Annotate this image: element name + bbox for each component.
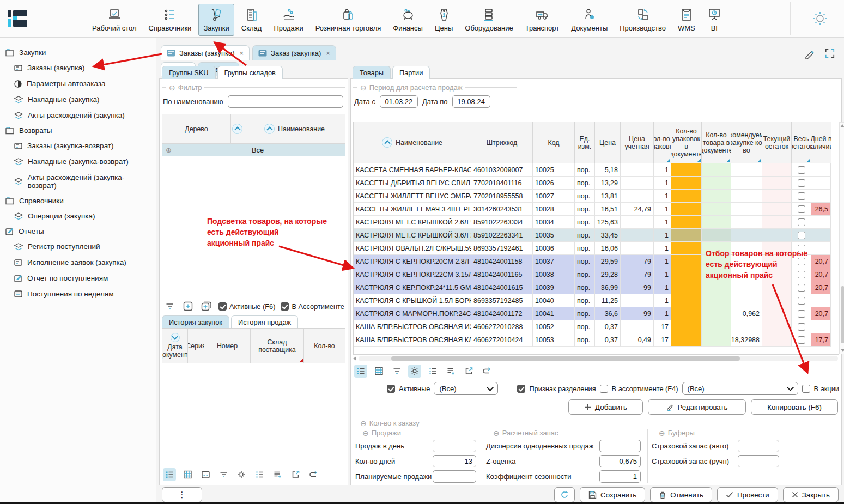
date-to-input[interactable] [452,95,490,108]
list-add-icon[interactable] [444,365,457,378]
numbered-list-icon[interactable] [253,468,266,481]
sidebar-item-discrepancy-purchase[interactable]: Акты расхождений (закупка) [0,107,156,123]
tree-col-name[interactable]: Наименование [244,114,345,144]
nav-warehouse[interactable]: Склад [236,4,267,36]
sidebar-item-invoices-purchase[interactable]: Накладные (закупка) [0,92,156,107]
numbered-list-icon[interactable] [426,365,439,378]
refresh-icon[interactable] [307,468,320,481]
dispersion-input[interactable] [599,440,641,452]
nav-sales[interactable]: Продажи [269,4,308,36]
row-stock-checkbox[interactable] [798,218,805,226]
open-external-icon[interactable] [462,365,475,378]
add-button[interactable]: Добавить [568,399,643,415]
sidebar-item-request-fulfillment[interactable]: Исполнение заявок (закупка) [0,254,156,270]
grid-view-icon[interactable] [181,468,194,481]
sidebar-group-references[interactable]: Справочники [0,193,156,208]
save-button[interactable]: Сохранить [580,487,645,502]
sidebar-item-operations-purchase[interactable]: Операции (закупка) [0,208,156,224]
safety-stock-manual-input[interactable] [738,455,779,467]
refresh-icon[interactable] [480,365,493,378]
filter-icon[interactable] [390,365,403,378]
tab-orders-purchase[interactable]: Заказы (закупка) × [161,45,250,60]
vertical-scrollbar[interactable] [839,122,844,354]
filter-icon[interactable] [217,468,230,481]
scroll-left-icon[interactable] [353,356,356,361]
nav-documents[interactable]: Документы [566,4,612,36]
sidebar-item-autoorder-params[interactable]: Параметры автозаказа [0,76,156,92]
row-stock-checkbox[interactable] [798,297,805,305]
nav-wms[interactable]: WMS [673,4,700,36]
sidebar-item-discrepancy-return[interactable]: Акты расхождений (закупка-возврат) [0,169,156,193]
safety-stock-auto-input[interactable] [738,440,779,452]
nav-directories[interactable]: Справочники [144,4,197,36]
promo-checkbox[interactable] [802,385,810,393]
tab-close-icon[interactable]: × [239,49,244,57]
nav-production[interactable]: Производство [615,4,671,36]
assortment-filter-select[interactable]: (Все) [682,382,798,395]
row-stock-checkbox[interactable] [798,310,805,318]
assortment-checkbox[interactable] [281,302,289,311]
add-box-icon[interactable] [181,300,195,313]
vertical-scroll-thumb[interactable] [841,286,844,343]
z-score-input[interactable] [599,455,641,467]
list-add-icon[interactable] [271,468,284,481]
nav-equipment[interactable]: Оборудование [460,4,518,36]
refresh-button[interactable] [554,487,575,502]
collapse-icon[interactable]: ⊖ [659,429,665,437]
scroll-up-icon[interactable] [840,124,844,127]
nav-bi[interactable]: BI [702,4,726,36]
sidebar-group-reports[interactable]: Отчеты [0,224,156,239]
tab-sales-history[interactable]: История продаж [231,315,298,329]
sidebar-item-orders-return[interactable]: Заказы (закупка-возврат) [0,138,156,154]
col-goods-in-doc[interactable]: Кол-во товара в документе [702,122,731,163]
calendar-icon[interactable] [199,468,212,481]
list-view-icon[interactable] [163,468,176,481]
collapse-icon[interactable]: ⊖ [362,429,369,437]
tab-sku-groups[interactable]: Группы SKU [162,66,216,79]
open-external-icon[interactable] [289,468,302,481]
collapse-icon[interactable]: ⊖ [360,84,367,92]
nav-purchases[interactable]: Закупки [198,4,234,36]
tab-batches[interactable]: Партии [392,66,430,79]
expand-icon[interactable]: ⊕ [162,146,234,154]
collapse-icon[interactable]: ⊖ [493,429,500,437]
tab-goods[interactable]: Товары [353,66,391,79]
col-total-stock[interactable]: Весь остаток [792,122,811,163]
row-stock-checkbox[interactable] [798,166,805,174]
nav-desktop[interactable]: Рабочий стол [87,4,142,36]
sidebar-group-purchases[interactable]: Закупки [0,45,156,60]
col-packs-in-doc[interactable]: Кол-во упаковок в документе [671,122,702,163]
row-stock-checkbox[interactable] [798,179,805,187]
list-view-icon[interactable] [354,365,367,378]
assortment-f4-checkbox[interactable] [600,385,608,393]
col-recommended[interactable]: Рекомендуемое к закупке кол-во [731,122,762,163]
seasonality-input[interactable] [599,470,641,483]
sidebar-item-receipt-report[interactable]: Отчет по поступлениям [0,270,156,286]
tab-purchase-history[interactable]: История закупок [162,315,229,329]
active-checkbox[interactable] [387,385,395,393]
collapse-icon[interactable]: ⊖ [360,420,367,427]
tree-row-all[interactable]: ⊕ Все [162,144,345,156]
sidebar-group-returns[interactable]: Возвраты [0,123,156,138]
tab-order-purchase[interactable]: Заказ (закупка) × [252,45,336,60]
row-stock-checkbox[interactable] [798,205,805,213]
row-stock-checkbox[interactable] [798,232,805,239]
col-price[interactable]: Цена [595,122,621,163]
post-button[interactable]: Провести [717,487,778,502]
active-f6-checkbox[interactable] [218,302,227,311]
add-multi-box-icon[interactable] [200,300,213,313]
nav-prices[interactable]: Цены [430,4,458,36]
more-actions-button[interactable]: ⋮ [162,487,202,502]
gear-icon[interactable] [235,468,248,481]
edit-button[interactable]: Редактировать [648,399,746,415]
horizontal-scroll-thumb[interactable] [391,356,740,361]
tree-col-derevo[interactable]: Дерево [162,114,231,144]
days-count-input[interactable] [433,455,476,467]
collapse-icon[interactable]: ⊖ [169,84,175,92]
row-stock-checkbox[interactable] [798,336,805,344]
sidebar-item-orders-purchase[interactable]: Заказы (закупка) [0,60,156,76]
edit-pencil-icon[interactable] [804,47,816,59]
history-col-number[interactable]: Номер [204,329,251,363]
sidebar-item-weekly-receipts[interactable]: Поступления по неделям [0,286,156,302]
gear-icon[interactable] [408,365,421,378]
